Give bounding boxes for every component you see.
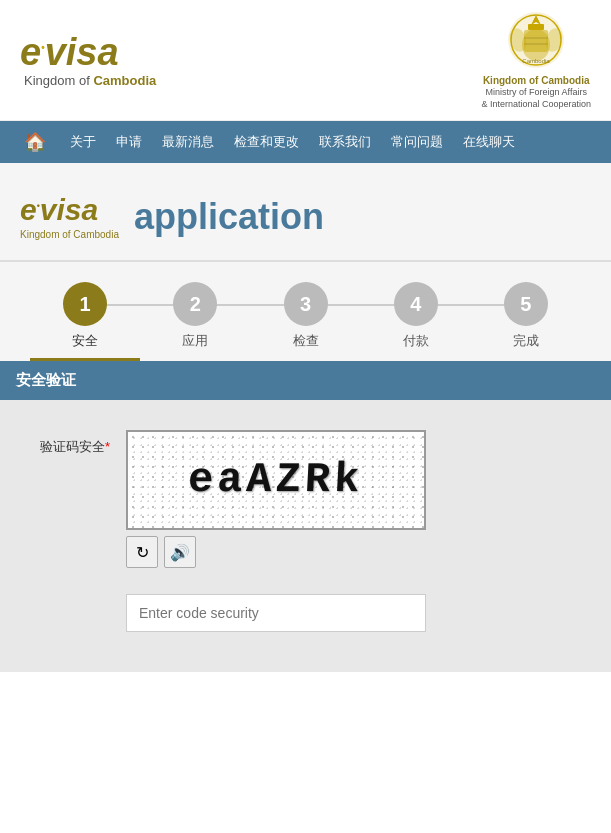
navigation: 🏠 关于 申请 最新消息 检查和更改 联系我们 常问问题 在线聊天	[0, 121, 611, 163]
hero-section: e•visa Kingdom of Cambodia application	[0, 163, 611, 262]
step-label-4: 付款	[403, 332, 429, 350]
step-5: 5 完成	[471, 282, 581, 350]
step-label-3: 检查	[293, 332, 319, 350]
step-circle-1: 1	[63, 282, 107, 326]
step-1: 1 安全	[30, 282, 140, 361]
captcha-row: 验证码安全* eaAZRk ↻ 🔊	[30, 430, 581, 568]
nav-faq[interactable]: 常问问题	[381, 121, 453, 163]
nav-apply[interactable]: 申请	[106, 121, 152, 163]
step-2: 2 应用	[140, 282, 250, 350]
form-area: 验证码安全* eaAZRk ↻ 🔊	[0, 400, 611, 672]
home-icon[interactable]: 🏠	[10, 121, 60, 163]
steps: 1 安全 2 应用 3 检查 4 付款 5 完成	[30, 282, 581, 361]
step-3: 3 检查	[250, 282, 360, 350]
nav-check[interactable]: 检查和更改	[224, 121, 309, 163]
right-title: Kingdom of Cambodia	[481, 74, 591, 87]
nav-contact[interactable]: 联系我们	[309, 121, 381, 163]
hero-logo-sub: Kingdom of Cambodia	[20, 229, 119, 240]
step-circle-2: 2	[173, 282, 217, 326]
hero-app-label: application	[134, 196, 324, 238]
right-sub2: & International Cooperation	[481, 99, 591, 111]
required-star: *	[105, 439, 110, 454]
hero-evisa-logo: e•visa	[20, 193, 98, 227]
cambodia-emblem: Cambodia	[506, 10, 566, 70]
captcha-label: 验证码安全*	[30, 430, 110, 456]
section-title: 安全验证	[16, 371, 76, 388]
step-label-5: 完成	[513, 332, 539, 350]
audio-captcha-button[interactable]: 🔊	[164, 536, 196, 568]
e-part: e	[20, 31, 41, 73]
nav-chat[interactable]: 在线聊天	[453, 121, 525, 163]
section-header: 安全验证	[0, 361, 611, 400]
right-sub1: Ministry of Foreign Affairs	[481, 87, 591, 99]
step-label-1: 安全	[72, 332, 98, 350]
logo-left: e•visa Kingdom of Cambodia	[20, 33, 156, 88]
evisa-logo: e•visa	[20, 33, 119, 71]
step-underline-1	[30, 358, 140, 361]
svg-rect-5	[524, 30, 548, 52]
step-4: 4 付款	[361, 282, 471, 350]
logo-right: Cambodia Kingdom of Cambodia Ministry of…	[481, 10, 591, 110]
captcha-block: eaAZRk ↻ 🔊	[126, 430, 426, 568]
nav-news[interactable]: 最新消息	[152, 121, 224, 163]
security-code-input[interactable]	[126, 594, 426, 632]
step-circle-5: 5	[504, 282, 548, 326]
captcha-image: eaAZRk	[126, 430, 426, 530]
step-circle-4: 4	[394, 282, 438, 326]
kingdom-label: Kingdom of Cambodia	[24, 73, 156, 88]
steps-container: 1 安全 2 应用 3 检查 4 付款 5 完成	[0, 262, 611, 361]
step-label-2: 应用	[182, 332, 208, 350]
refresh-captcha-button[interactable]: ↻	[126, 536, 158, 568]
header: e•visa Kingdom of Cambodia	[0, 0, 611, 121]
captcha-text: eaAZRk	[187, 456, 365, 504]
step-circle-3: 3	[284, 282, 328, 326]
svg-text:Cambodia: Cambodia	[523, 58, 551, 64]
captcha-controls: ↻ 🔊	[126, 536, 426, 568]
nav-about[interactable]: 关于	[60, 121, 106, 163]
visa-part: visa	[45, 31, 119, 73]
hero-logo-block: e•visa Kingdom of Cambodia	[20, 193, 119, 240]
